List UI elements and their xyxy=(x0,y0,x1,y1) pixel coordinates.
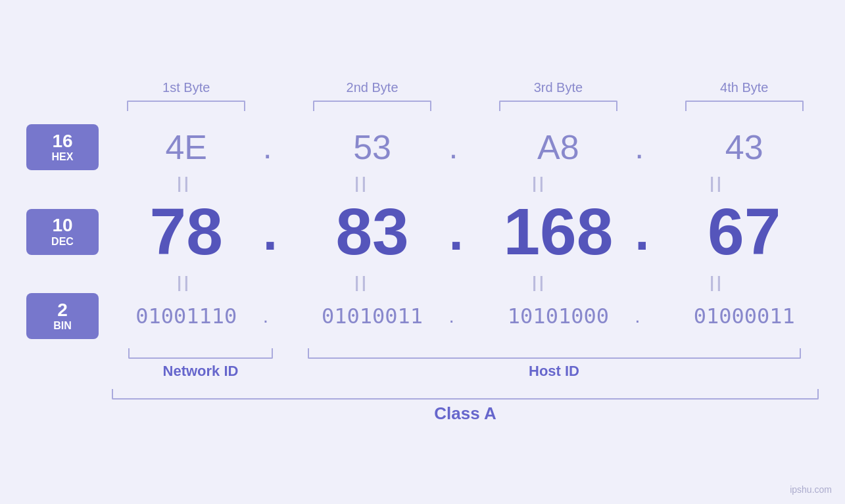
hex-byte-2: 53 xyxy=(300,127,445,167)
hex-byte-3: A8 xyxy=(486,127,631,167)
dec-byte-2: 83 xyxy=(300,194,445,269)
main-container: 1st Byte 2nd Byte 3rd Byte 4th Byte xyxy=(0,0,845,504)
equals-5: || xyxy=(112,273,256,292)
network-bracket-wrap xyxy=(112,348,289,359)
class-label: Class A xyxy=(112,403,819,424)
dec-row: 10 DEC 78 . 83 . 168 . 67 xyxy=(26,194,819,269)
byte-header-4: 4th Byte xyxy=(672,80,817,95)
bin-badge: 2 BIN xyxy=(26,293,99,339)
dec-byte-4: 67 xyxy=(672,194,817,269)
bin-byte-2: 01010011 xyxy=(300,304,445,329)
hex-byte-4: 43 xyxy=(672,127,817,167)
equals-3: || xyxy=(467,174,612,193)
network-host-labels: Network ID Host ID xyxy=(26,363,819,380)
hex-badge: 16 HEX xyxy=(26,124,99,170)
dec-byte-3: 168 xyxy=(486,194,631,269)
top-bracket-4 xyxy=(672,101,817,111)
bin-values: 01001110 . 01010011 . 10101000 . 0100001… xyxy=(112,304,819,329)
class-section: Class A xyxy=(26,389,819,424)
bottom-section: Network ID Host ID Class A xyxy=(26,348,819,424)
top-bracket-2 xyxy=(300,101,445,111)
top-brackets-row xyxy=(26,101,819,111)
class-bracket xyxy=(112,389,819,400)
equals-4: || xyxy=(644,174,789,193)
equals-2: || xyxy=(289,174,434,193)
dec-values: 78 . 83 . 168 . 67 xyxy=(112,194,819,269)
dec-byte-1: 78 xyxy=(114,194,258,269)
top-bracket-3 xyxy=(486,101,631,111)
network-bracket xyxy=(128,348,273,359)
bin-byte-1: 01001110 xyxy=(114,304,258,329)
equals-8: || xyxy=(644,273,789,292)
byte-header-2: 2nd Byte xyxy=(300,80,445,95)
bin-byte-4: 01000011 xyxy=(672,304,817,329)
bin-row: 2 BIN 01001110 . 01010011 . 10101000 . xyxy=(26,293,819,339)
hex-row: 16 HEX 4E . 53 . A8 . 43 xyxy=(26,124,819,170)
equals-row-1: || || || || xyxy=(26,174,819,193)
host-bracket xyxy=(308,348,801,359)
equals-row-2: || || || || xyxy=(26,273,819,292)
watermark: ipshu.com xyxy=(790,484,832,495)
host-bracket-wrap xyxy=(289,348,819,359)
dec-badge: 10 DEC xyxy=(26,209,99,255)
host-id-label: Host ID xyxy=(289,363,819,380)
header-row: 1st Byte 2nd Byte 3rd Byte 4th Byte xyxy=(26,80,819,95)
equals-6: || xyxy=(289,273,434,292)
byte-header-1: 1st Byte xyxy=(114,80,258,95)
byte-headers: 1st Byte 2nd Byte 3rd Byte 4th Byte xyxy=(112,80,819,95)
top-bracket-1 xyxy=(114,101,258,111)
hex-values: 4E . 53 . A8 . 43 xyxy=(112,127,819,167)
network-id-label: Network ID xyxy=(112,363,289,380)
byte-header-3: 3rd Byte xyxy=(486,80,631,95)
equals-7: || xyxy=(467,273,612,292)
hex-byte-1: 4E xyxy=(114,127,258,167)
equals-1: || xyxy=(112,174,256,193)
bin-byte-3: 10101000 xyxy=(486,304,631,329)
